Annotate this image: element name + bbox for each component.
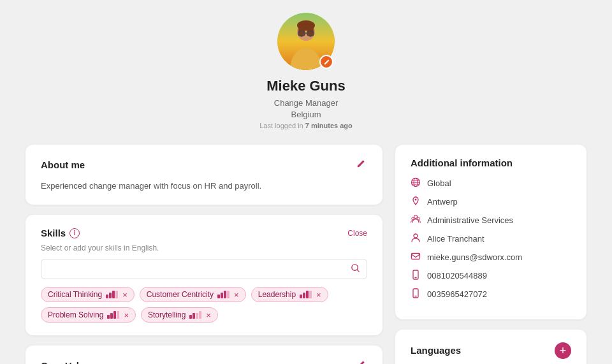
last-login-time: 7 minutes ago xyxy=(305,122,353,129)
phone-icon xyxy=(411,270,421,282)
core-values-edit-button[interactable] xyxy=(354,358,367,364)
languages-card: Languages + French – Professional profic… xyxy=(395,330,586,365)
core-values-card: Core Values xyxy=(26,346,382,364)
svg-point-18 xyxy=(412,217,414,220)
core-values-header: Core Values xyxy=(41,358,367,364)
profile-name: Mieke Guns xyxy=(266,78,345,94)
skill-label: Critical Thinking xyxy=(48,290,102,299)
info-phone2-value: 0035965427072 xyxy=(427,289,487,299)
skill-label: Problem Solving xyxy=(48,310,103,319)
user-icon xyxy=(411,233,421,245)
skills-info-icon: i xyxy=(69,228,80,238)
info-global-value: Global xyxy=(427,178,451,188)
svg-rect-21 xyxy=(412,253,420,259)
globe-icon xyxy=(411,177,421,189)
avatar-wrapper xyxy=(277,13,335,70)
core-values-title: Core Values xyxy=(41,360,96,364)
svg-point-19 xyxy=(418,217,420,220)
languages-header: Languages + xyxy=(411,342,571,359)
skill-bars-leadership xyxy=(300,291,312,298)
skills-card: Skills i Close Select or add your skills… xyxy=(26,215,382,335)
add-language-button[interactable]: + xyxy=(555,342,571,359)
info-manager-value: Alice Tranchant xyxy=(427,234,484,244)
skill-remove-storytelling[interactable]: × xyxy=(206,311,211,319)
skill-remove-customer-centricity[interactable]: × xyxy=(234,291,239,299)
skill-tag-customer-centricity: Customer Centricity × xyxy=(140,287,246,302)
skill-label: Customer Centricity xyxy=(147,290,214,299)
location-pin-icon xyxy=(411,196,421,208)
skill-bars-storytelling xyxy=(189,311,201,319)
avatar-edit-button[interactable] xyxy=(319,55,333,69)
info-row-global: Global xyxy=(411,177,571,189)
skill-label: Leadership xyxy=(258,290,296,299)
svg-line-10 xyxy=(357,270,359,272)
about-me-header: About me xyxy=(41,157,367,172)
skills-header: Skills i Close xyxy=(41,228,367,238)
skill-bars-critical-thinking xyxy=(106,291,118,298)
skill-bars-customer-centricity xyxy=(217,291,229,298)
skill-remove-problem-solving[interactable]: × xyxy=(124,311,129,319)
skill-remove-critical-thinking[interactable]: × xyxy=(122,291,127,299)
info-row-phone2: 0035965427072 xyxy=(411,288,571,300)
about-me-edit-button[interactable] xyxy=(354,157,367,172)
skills-close-button[interactable]: Close xyxy=(347,229,367,238)
additional-info-title: Additional information xyxy=(411,157,571,168)
svg-point-16 xyxy=(415,198,417,200)
skills-title-group: Skills i xyxy=(41,228,80,238)
additional-info-card: Additional information Global xyxy=(395,145,586,319)
info-phone1-value: 0081020544889 xyxy=(427,271,487,280)
info-row-email: mieke.guns@sdworx.com xyxy=(411,251,571,263)
svg-point-20 xyxy=(414,234,418,238)
skill-tag-problem-solving: Problem Solving × xyxy=(41,307,136,323)
phone2-icon xyxy=(411,288,421,300)
info-row-org: Administrative Services xyxy=(411,214,571,226)
skills-sub-label: Select or add your skills in English. xyxy=(41,244,367,252)
left-column: About me Experienced change manager with… xyxy=(26,145,382,365)
skills-title: Skills xyxy=(41,228,66,238)
info-email-value: mieke.guns@sdworx.com xyxy=(427,252,522,262)
skill-remove-leadership[interactable]: × xyxy=(316,291,321,299)
info-antwerp-value: Antwerp xyxy=(427,197,458,207)
last-login-label: Last logged in xyxy=(259,122,303,129)
svg-point-17 xyxy=(414,215,418,218)
org-icon xyxy=(411,214,421,226)
skill-tag-leadership: Leadership × xyxy=(251,287,328,302)
skills-tags: Critical Thinking × Customer Centricity xyxy=(41,287,367,323)
skill-tag-storytelling: Storytelling × xyxy=(141,307,218,323)
skill-bars-problem-solving xyxy=(107,311,119,319)
languages-title: Languages xyxy=(411,345,461,356)
profile-title: Change Manager xyxy=(274,97,338,110)
profile-header: Mieke Guns Change Manager Belgium Last l… xyxy=(26,13,586,129)
skills-search-input[interactable] xyxy=(48,265,351,274)
mail-icon xyxy=(411,251,421,263)
right-column: Additional information Global xyxy=(395,145,586,365)
profile-country: Belgium xyxy=(291,110,321,119)
info-row-phone1: 0081020544889 xyxy=(411,270,571,282)
skills-search-box xyxy=(41,259,367,279)
info-row-antwerp: Antwerp xyxy=(411,196,571,208)
main-layout: About me Experienced change manager with… xyxy=(26,145,586,365)
skill-tag-critical-thinking: Critical Thinking × xyxy=(41,287,135,302)
about-me-text: Experienced change manager with focus on… xyxy=(41,180,367,193)
search-icon xyxy=(351,263,360,275)
about-me-title: About me xyxy=(41,159,85,170)
info-row-manager: Alice Tranchant xyxy=(411,233,571,245)
info-org-value: Administrative Services xyxy=(427,215,513,225)
page: Mieke Guns Change Manager Belgium Last l… xyxy=(0,0,612,364)
skill-label: Storytelling xyxy=(148,310,186,319)
profile-last-login: Last logged in 7 minutes ago xyxy=(259,122,353,129)
about-me-card: About me Experienced change manager with… xyxy=(26,145,382,205)
